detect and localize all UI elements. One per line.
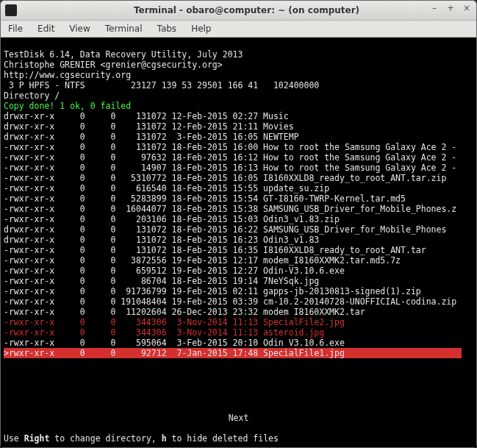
file-row[interactable]: drwxr-xr-x 0 0 131072 18-Feb-2015 16:22 … [4, 224, 473, 235]
menu-view[interactable]: View [62, 22, 97, 35]
file-row[interactable]: -rwxr-xr-x 0 0 595064 3-Feb-2015 20:10 O… [4, 338, 473, 348]
minimize-button[interactable]: – [428, 3, 441, 15]
menu-file[interactable]: File [1, 22, 30, 35]
window-title: Terminal - obaro@computer: ~ (on compute… [17, 5, 476, 15]
menu-edit[interactable]: Edit [30, 22, 62, 35]
file-row[interactable]: -rwxr-xr-x 0 0 191048404 19-Feb-2015 03:… [4, 296, 473, 307]
file-row[interactable]: -rwxr-xr-x 0 0 14907 18-Feb-2015 16:13 H… [4, 163, 473, 173]
menu-help[interactable]: Help [184, 22, 218, 35]
file-row[interactable]: -rwxr-xr-x 0 0 5310772 18-Feb-2015 16:05… [4, 173, 473, 183]
copy-status: Copy done! 1 ok, 0 failed [4, 101, 131, 111]
file-row[interactable]: -rwxr-xr-x 0 0 11202604 26-Dec-2013 23:3… [4, 307, 473, 317]
header-line-3: http://www.cgsecurity.org [4, 70, 131, 80]
terminal-output[interactable]: TestDisk 6.14, Data Recovery Utility, Ju… [1, 38, 476, 447]
file-row[interactable]: -rwxr-xr-x 0 0 344306 3-Nov-2014 11:13 a… [4, 327, 473, 338]
file-row[interactable]: -rwxr-xr-x 0 0 86704 18-Feb-2015 19:14 7… [4, 276, 473, 286]
menubar: File Edit View Terminal Tabs Help [1, 21, 476, 38]
file-row[interactable]: -rwxr-xr-x 0 0 131072 18-Feb-2015 16:35 … [4, 245, 473, 255]
help-line-1: Use Right to change directory, h to hide… [4, 433, 473, 444]
file-row[interactable]: -rwxr-xr-x 0 0 616540 18-Feb-2015 15:55 … [4, 183, 473, 193]
file-row[interactable]: drwxr-xr-x 0 0 131072 18-Feb-2015 16:23 … [4, 235, 473, 245]
menu-tabs[interactable]: Tabs [150, 22, 184, 35]
file-row[interactable]: -rwxr-xr-x 0 0 5283899 18-Feb-2015 15:54… [4, 193, 473, 204]
file-row[interactable]: -rwxr-xr-x 0 0 3872556 19-Feb-2015 12:17… [4, 255, 473, 266]
file-row[interactable]: -rwxr-xr-x 0 0 203106 18-Feb-2015 15:03 … [4, 214, 473, 224]
terminal-window: Terminal - obaro@computer: ~ (on compute… [0, 0, 477, 448]
file-row[interactable]: drwxr-xr-x 0 0 131072 12-Feb-2015 02:27 … [4, 111, 473, 121]
close-button[interactable]: × [460, 3, 473, 15]
titlebar[interactable]: Terminal - obaro@computer: ~ (on compute… [1, 1, 476, 21]
next-label[interactable]: Next [229, 413, 249, 423]
partition-line: 3 P HPFS - NTFS 23127 139 53 29501 166 4… [4, 80, 319, 90]
header-line-2: Christophe GRENIER <grenier@cgsecurity.o… [4, 60, 223, 70]
file-row[interactable]: -rwxr-xr-x 0 0 344306 3-Nov-2014 11:13 S… [4, 317, 473, 327]
file-row[interactable]: -rwxr-xr-x 0 0 16044077 18-Feb-2015 15:3… [4, 204, 473, 214]
terminal-icon [5, 4, 17, 16]
file-listing: drwxr-xr-x 0 0 131072 12-Feb-2015 02:27 … [4, 111, 473, 358]
directory-line: Directory / [4, 90, 60, 101]
window-controls: – + × [428, 3, 473, 15]
file-row[interactable]: -rwxr-xr-x 0 0 659512 19-Feb-2015 12:27 … [4, 266, 473, 276]
menu-terminal[interactable]: Terminal [98, 22, 150, 35]
file-row[interactable]: -rwxr-xr-x 0 0 131072 18-Feb-2015 16:00 … [4, 142, 473, 152]
file-row[interactable]: >rwxr-xr-x 0 0 92712 7-Jan-2015 17:48 Sp… [4, 348, 473, 358]
header-line-1: TestDisk 6.14, Data Recovery Utility, Ju… [4, 49, 243, 60]
file-row[interactable]: -rwxr-xr-x 0 0 91736799 19-Feb-2015 02:1… [4, 286, 473, 296]
maximize-button[interactable]: + [444, 3, 457, 15]
file-row[interactable]: drwxr-xr-x 0 0 131072 3-Feb-2015 16:05 N… [4, 132, 473, 142]
file-row[interactable]: -rwxr-xr-x 0 0 97632 18-Feb-2015 16:12 H… [4, 152, 473, 163]
file-row[interactable]: drwxr-xr-x 0 0 131072 12-Feb-2015 21:11 … [4, 121, 473, 132]
